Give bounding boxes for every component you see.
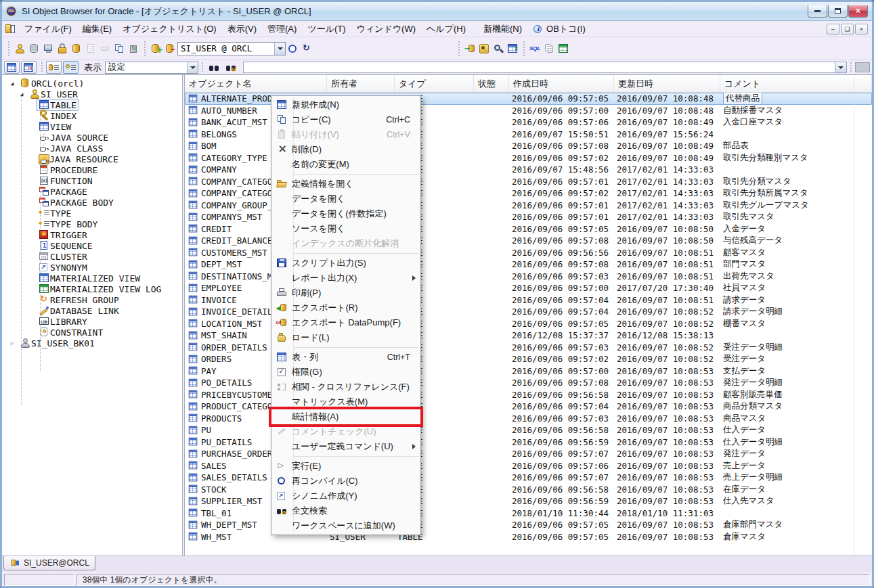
search-dropdown-button[interactable] [835,62,847,73]
context-menu-item[interactable]: 印刷(P) [271,286,420,300]
column-header-status[interactable]: 状態 [474,75,509,92]
chevron-down-icon[interactable] [274,43,285,55]
tree-node-object-type[interactable]: VIEW [2,121,182,132]
menu-item[interactable]: 新機能(N) [478,21,527,37]
menu-item[interactable]: ヘルプ(H) [421,21,471,37]
column-header-updated[interactable]: 更新日時 [614,75,720,92]
menu-item[interactable]: ファイル(F) [19,21,77,37]
expand-icon[interactable] [17,91,26,97]
toolbar-button[interactable] [463,41,477,57]
close-button[interactable]: × [848,5,868,18]
tree-node-object-type[interactable]: PROCEDURE [2,164,182,175]
context-menu-item[interactable]: ロード(L) [271,330,420,345]
context-menu-item[interactable]: シノニム作成(Y) [271,489,420,503]
view-style-button[interactable] [21,61,37,74]
tree-node-user[interactable]: SI_USER [2,89,182,99]
toolbar-button[interactable] [84,41,98,57]
context-menu-item[interactable]: 削除(D) [271,142,420,157]
toolbar-grip[interactable] [144,41,146,56]
toolbar-button[interactable] [56,41,70,57]
tree-node-object-type[interactable]: PACKAGE [2,186,182,197]
toolbar-button[interactable] [506,41,520,57]
context-menu-item[interactable]: 表・列 Ctrl+T [271,350,420,365]
tree-node-object-type[interactable]: PACKAGE BODY [2,197,182,208]
tree-node-object-type[interactable]: SEQUENCE [2,240,182,251]
toolbar-button[interactable] [13,41,27,57]
tree-node-object-type[interactable]: DATABASE LINK [2,305,182,316]
connection-combo[interactable]: SI_USER @ ORCL [177,42,286,55]
context-menu-item[interactable]: データを開く(件数指定) [271,206,420,221]
tree-node-object-type[interactable]: INDEX [2,110,182,121]
toolbar-button[interactable] [163,41,177,57]
toolbar-grip[interactable] [523,41,525,56]
menu-item[interactable]: ウィンドウ(W) [351,21,421,37]
column-header-type[interactable]: タイプ [395,75,474,92]
toolbar-button[interactable] [556,41,571,57]
toolbar-button[interactable] [127,41,141,57]
context-menu-item[interactable]: レポート出力(X) [271,271,420,286]
maximize-button[interactable] [828,5,848,18]
toolbar-button[interactable] [477,41,491,57]
tree-node-object-type[interactable]: REFRESH GROUP [2,294,182,305]
toolbar-button[interactable] [98,41,112,57]
context-menu-item[interactable]: 権限(G) [271,365,420,380]
context-menu-item[interactable]: インデックスの断片化解消 [271,236,420,251]
tree-node-other-user[interactable]: SI_USER_BK01 [2,338,182,348]
tree-node-object-type[interactable]: JAVA RESOURCE [2,154,182,164]
toolbar-grip[interactable] [41,62,43,72]
tree-node-object-type[interactable]: CLUSTER [2,251,182,262]
context-menu-item[interactable]: マトリックス表(M) [271,394,420,409]
menu-item[interactable]: OBトコ(I) [527,21,591,37]
toolbar-button[interactable] [41,41,56,57]
context-menu-item[interactable]: 名前の変更(M) [271,157,420,172]
tree-node-object-type[interactable]: MATERIALIZED VIEW [2,273,182,284]
connection-tab[interactable]: SI_USER@ORCL [3,556,95,570]
group-toggle-button[interactable] [63,61,79,74]
context-menu-item[interactable] [271,172,420,177]
context-menu-item[interactable]: エクスポート(R) [271,300,420,315]
minimize-button[interactable] [808,5,827,18]
mdi-restore-button[interactable]: ❏ [841,24,854,35]
tree-node-object-type[interactable]: LIBRARY [2,316,182,327]
context-menu-item[interactable]: ユーザー定義コマンド(U) [271,439,420,454]
tree-node-object-type[interactable]: TYPE BODY [2,219,182,229]
toolbar-grip[interactable] [201,62,204,72]
tree-node-object-type[interactable]: MATERIALIZED VIEW LOG [2,284,182,294]
context-menu-item[interactable]: コメントチェック(U) [271,424,420,439]
toolbar-button[interactable] [27,41,41,57]
context-menu-item[interactable]: 実行(E) [271,459,420,474]
context-menu-item[interactable]: 統計情報(A) [271,409,420,424]
toolbar-button[interactable] [300,41,314,57]
context-menu-item[interactable]: 新規作成(N) [271,97,420,112]
menu-item[interactable]: オブジェクトリスト(O) [117,21,222,37]
toolbar-button[interactable] [491,41,506,57]
expand-icon[interactable] [7,340,17,346]
tree-node-object-type[interactable]: FUNCTION [2,175,182,186]
column-header-created[interactable]: 作成日時 [509,75,614,92]
context-menu-item[interactable]: 定義情報を開く [271,177,420,191]
toolbar-button[interactable] [542,41,556,57]
mdi-minimize-button[interactable]: – [827,24,839,35]
toolbar-grip[interactable] [850,62,852,72]
toolbar-grip[interactable] [7,41,10,56]
chevron-down-icon[interactable] [187,62,198,73]
context-menu-item[interactable] [271,345,420,350]
column-header-owner[interactable]: 所有者 [327,75,395,92]
menu-item[interactable]: ツール(T) [302,21,351,37]
tree-node-object-type[interactable]: JAVA CLASS [2,143,182,154]
context-menu-item[interactable]: エクスポート DataPump(F) [271,315,420,330]
group-toggle-button[interactable] [46,61,62,74]
tree-node-object-type[interactable]: CONSTRAINT [2,327,182,338]
toolbar-button[interactable] [70,41,84,57]
tree-node-object-type[interactable]: SYNONYM [2,262,182,273]
tree-node-object-type[interactable]: JAVA SOURCE [2,132,182,143]
context-menu-item[interactable]: スクリプト出力(S) [271,256,420,271]
toolbar-grip[interactable] [458,41,460,56]
view-style-button[interactable] [4,61,20,74]
find-button[interactable] [206,61,222,74]
toolbar-button[interactable] [112,41,127,57]
search-input[interactable] [243,62,835,73]
context-menu-item[interactable]: ソースを開く [271,221,420,236]
menu-item[interactable]: 編集(E) [77,21,117,37]
tree-node-object-type[interactable]: TYPE [2,208,182,219]
